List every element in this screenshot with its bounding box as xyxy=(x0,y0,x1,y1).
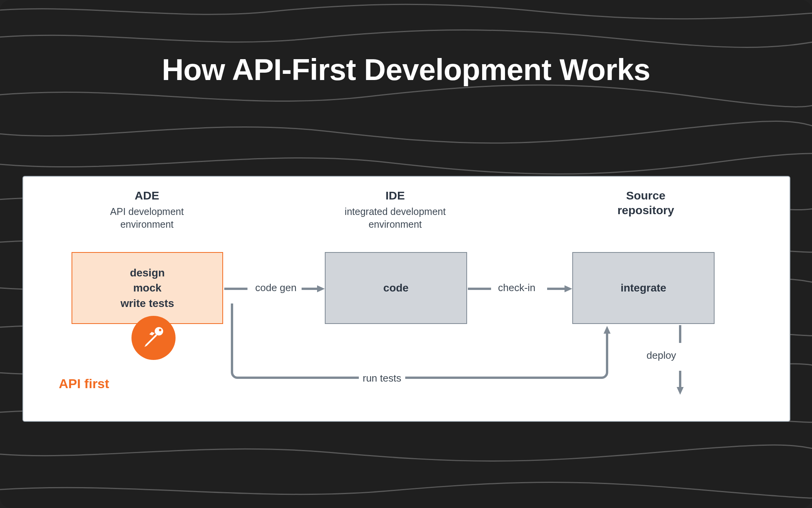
ide-heading: IDE xyxy=(322,188,469,203)
box-ade: design mock write tests xyxy=(72,252,223,324)
label-run-tests: run tests xyxy=(359,372,405,384)
svg-point-10 xyxy=(155,327,163,336)
api-first-label: API first xyxy=(59,376,109,391)
ade-heading: ADE xyxy=(73,188,220,203)
ade-line-2: mock xyxy=(133,280,161,295)
label-deploy: deploy xyxy=(647,349,676,361)
svg-marker-9 xyxy=(677,387,684,395)
ade-line-3: write tests xyxy=(121,296,174,311)
ide-subheading: integrated development environment xyxy=(322,205,469,232)
repo-label: integrate xyxy=(621,280,666,295)
svg-point-11 xyxy=(159,329,161,331)
label-code-gen: code gen xyxy=(255,282,297,294)
arrow-run-tests xyxy=(224,303,615,385)
svg-marker-6 xyxy=(604,326,611,334)
column-header-ide: IDE integrated development environment xyxy=(322,188,469,231)
ide-label: code xyxy=(383,280,408,295)
ade-line-1: design xyxy=(130,265,165,280)
column-header-repo: Source repository xyxy=(572,188,719,220)
ade-subheading: API development environment xyxy=(73,205,220,232)
column-header-ade: ADE API development environment xyxy=(73,188,220,231)
diagram-title: How API-First Development Works xyxy=(0,52,812,87)
diagram-panel: ADE API development environment IDE inte… xyxy=(22,176,790,422)
diagram-canvas: How API-First Development Works ADE API … xyxy=(0,0,812,508)
repo-heading: Source repository xyxy=(572,188,719,217)
arrow-deploy xyxy=(677,325,686,395)
postman-icon xyxy=(131,316,176,360)
svg-marker-5 xyxy=(565,285,572,292)
label-check-in: check-in xyxy=(498,282,536,294)
svg-marker-2 xyxy=(317,285,325,292)
